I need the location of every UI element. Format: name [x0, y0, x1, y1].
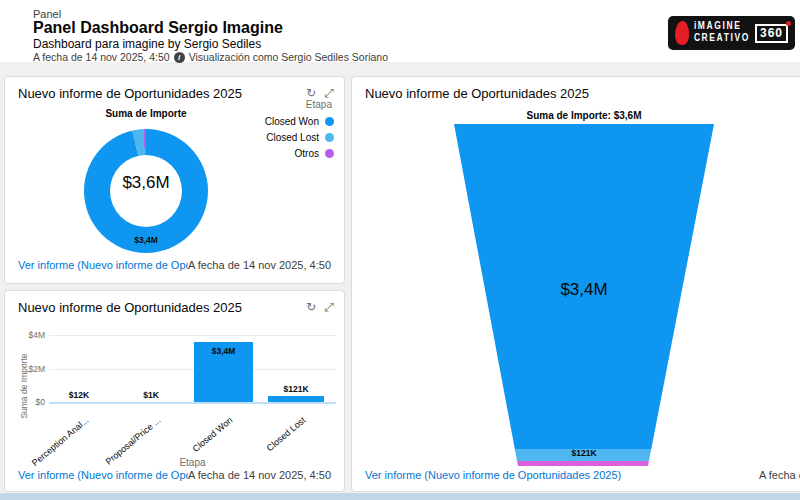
- view-report-link[interactable]: Ver informe (Nuevo informe de Oportunida…: [18, 259, 188, 271]
- widget-footer: Ver informe (Nuevo informe de Oportunida…: [18, 259, 331, 271]
- gridline-4m: [49, 335, 336, 336]
- bar-value-label: $3,4M: [194, 346, 253, 356]
- page-subtitle: Dashboard para imagine by Sergio Sediles: [33, 37, 261, 51]
- widget-title: Nuevo informe de Oportunidades 2025: [18, 86, 242, 101]
- page-header: Panel Panel Dashboard Sergio Imagine Das…: [0, 0, 800, 62]
- donut-legend: Etapa Closed Won Closed Lost Otros: [254, 99, 334, 164]
- imagine-creativo-360-logo: iMAGINE CREATIVO 360: [668, 16, 795, 50]
- legend-item-closed-won[interactable]: Closed Won: [254, 116, 334, 127]
- widget-title: Nuevo informe de Oportunidades 2025: [365, 86, 589, 101]
- widget-footer: Ver informe (Nuevo informe de Oportunida…: [18, 469, 331, 481]
- donut-slice-label: $3,4M: [84, 235, 208, 245]
- widget-bar-oportunidades: Nuevo informe de Oportunidades 2025 ↻ ⤢ …: [4, 290, 345, 492]
- funnel-chart-title: Suma de Importe: $3,6M: [454, 110, 714, 121]
- refreshed-timestamp: A fecha de 14 nov 2025, 4:50: [33, 51, 170, 63]
- y-tick: $4M: [7, 330, 45, 340]
- logo-wordmark: iMAGINE CREATIVO: [694, 21, 750, 44]
- bar-closed-lost[interactable]: [268, 396, 324, 402]
- as-of-date: A fecha de 14 nov 2025, 4:50: [188, 259, 331, 271]
- widget-title: Nuevo informe de Oportunidades 2025: [18, 300, 242, 315]
- axis-baseline: [49, 402, 336, 404]
- as-of-date: A fecha de 14 nov 2025, 4:50: [759, 469, 800, 481]
- donut-center-value: $3,6M: [84, 173, 208, 193]
- legend-label: Otros: [295, 148, 319, 159]
- bar-value-label: $12K: [55, 390, 103, 400]
- y-axis-title: Suma de Importe: [19, 331, 29, 441]
- widget-donut-oportunidades: Nuevo informe de Oportunidades 2025 ↻ ⤢ …: [4, 76, 345, 284]
- funnel-segment-otros[interactable]: [517, 461, 649, 466]
- funnel-small-value: $121K: [454, 448, 714, 458]
- legend-item-otros[interactable]: Otros: [254, 148, 334, 159]
- expand-icon[interactable]: ⤢: [322, 86, 336, 100]
- expand-icon[interactable]: ⤢: [322, 300, 336, 314]
- bar-value-label: $1K: [127, 390, 175, 400]
- donut-chart[interactable]: $3,6M $3,4M: [84, 129, 208, 253]
- legend-dot-closed-lost: [325, 133, 334, 142]
- red-head-icon: [675, 21, 689, 45]
- logo-line2: CREATIVO: [694, 33, 750, 45]
- legend-dot-closed-won: [325, 117, 334, 126]
- legend-item-closed-lost[interactable]: Closed Lost: [254, 132, 334, 143]
- as-of-date: A fecha de 14 nov 2025, 4:50: [188, 469, 331, 481]
- widget-footer: Ver informe (Nuevo informe de Oportunida…: [365, 469, 800, 481]
- view-report-link[interactable]: Ver informe (Nuevo informe de Oportunida…: [18, 469, 188, 481]
- legend-dot-otros: [325, 149, 334, 158]
- view-report-link[interactable]: Ver informe (Nuevo informe de Oportunida…: [365, 469, 621, 481]
- funnel-main-value: $3,4M: [454, 280, 714, 300]
- page-title: Panel Dashboard Sergio Imagine: [33, 19, 283, 37]
- refresh-meta: A fecha de 14 nov 2025, 4:50 i Visualiza…: [33, 51, 388, 63]
- info-icon[interactable]: i: [174, 52, 185, 63]
- widget-funnel-oportunidades: Nuevo informe de Oportunidades 2025 Suma…: [351, 76, 800, 492]
- legend-label: Closed Won: [265, 116, 319, 127]
- x-axis-title: Etapa: [49, 457, 336, 468]
- y-tick: $0: [7, 397, 45, 407]
- legend-label: Closed Lost: [266, 132, 319, 143]
- y-tick: $2M: [7, 364, 45, 374]
- viewing-as-text: Visualización como Sergio Sediles Sorian…: [189, 51, 388, 63]
- refresh-icon[interactable]: ↻: [304, 86, 318, 100]
- gridline-2m: [49, 369, 336, 370]
- bottom-scroll-band[interactable]: [0, 493, 800, 500]
- donut-chart-title: Suma de Importe: [84, 108, 208, 119]
- logo-360-badge: 360: [755, 24, 788, 43]
- legend-title: Etapa: [254, 99, 334, 110]
- refresh-icon[interactable]: ↻: [304, 300, 318, 314]
- bar-value-label: $121K: [272, 384, 320, 394]
- dashboard-screen: Panel Panel Dashboard Sergio Imagine Das…: [0, 0, 800, 500]
